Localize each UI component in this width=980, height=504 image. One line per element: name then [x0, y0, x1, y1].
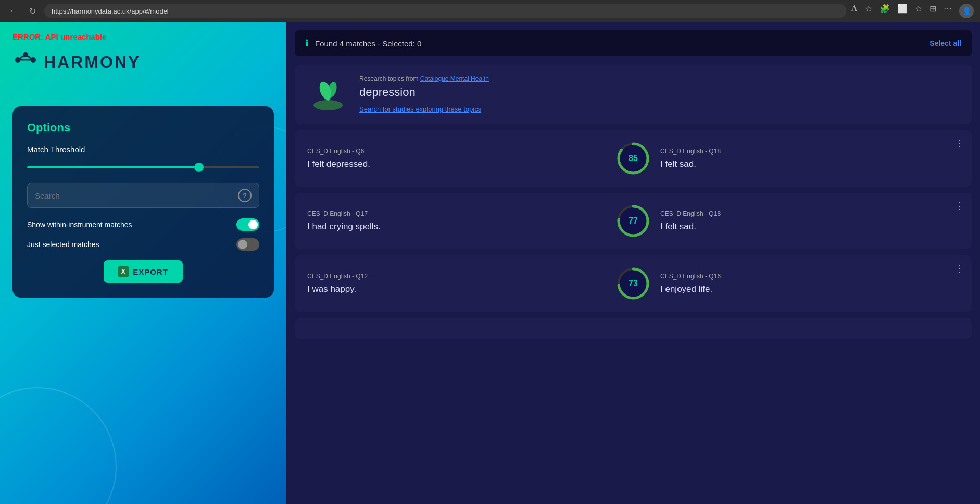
right-panel[interactable]: ℹ Found 4 matches - Selected: 0 Select a…: [286, 22, 980, 504]
match-score-number: 77: [629, 216, 638, 226]
collections-icon[interactable]: ⊞: [929, 4, 936, 18]
logo-icon: [12, 50, 39, 75]
select-all-button[interactable]: Select all: [929, 39, 961, 47]
search-box: ?: [27, 183, 259, 208]
left-panel: ERROR: API unreachable HARMONY Options M…: [0, 22, 286, 504]
show-within-label: Show within-instrument matches: [27, 220, 132, 229]
match-score-circle: 73: [614, 265, 652, 302]
show-within-toggle[interactable]: [236, 218, 259, 231]
match-right: CES_D English - Q18 I felt sad.: [660, 147, 959, 169]
match-left-label: CES_D English - Q12: [307, 273, 606, 280]
match-card-inner: CES_D English - Q6 I felt depressed. 85 …: [307, 140, 959, 177]
topic-card: Research topics from Catalogue Mental He…: [295, 65, 972, 124]
match-score-circle: 85: [614, 140, 652, 177]
match-left-label: CES_D English - Q6: [307, 147, 606, 155]
match-score-number: 73: [629, 279, 638, 288]
match-left: CES_D English - Q17 I had crying spells.: [307, 210, 606, 232]
main-layout: ERROR: API unreachable HARMONY Options M…: [0, 22, 980, 504]
match-card-inner: CES_D English - Q12 I was happy. 73 CES_…: [307, 265, 959, 302]
match-right: CES_D English - Q18 I felt sad.: [660, 210, 959, 232]
match-right: CES_D English - Q16 I enjoyed life.: [660, 273, 959, 294]
back-button[interactable]: ←: [6, 4, 21, 18]
match-right-label: CES_D English - Q16: [660, 273, 959, 280]
just-selected-toggle-row: Just selected matches: [27, 238, 259, 251]
topic-name: depression: [359, 85, 959, 99]
topic-search-link[interactable]: Search for studies exploring these topic…: [359, 105, 481, 113]
export-label: EXPORT: [133, 267, 168, 276]
results-header: ℹ Found 4 matches - Selected: 0 Select a…: [295, 30, 972, 56]
match-left-label: CES_D English - Q17: [307, 210, 606, 217]
match-menu-button[interactable]: ⋮: [955, 138, 964, 149]
logo-text: HARMONY: [44, 53, 141, 72]
options-card: Options Match Threshold ? Show within-in…: [12, 106, 274, 298]
catalogue-link[interactable]: Catalogue Mental Health: [420, 75, 489, 82]
match-threshold-slider[interactable]: [27, 166, 259, 168]
match-right-text: I felt sad.: [660, 222, 959, 232]
export-button[interactable]: X EXPORT: [104, 260, 183, 283]
match-left: CES_D English - Q12 I was happy.: [307, 273, 606, 294]
error-message: ERROR: API unreachable: [12, 32, 274, 41]
favorites-icon[interactable]: ☆: [865, 4, 872, 18]
info-icon: ℹ: [305, 38, 309, 49]
svg-point-9: [325, 86, 331, 101]
match-card: CES_D English - Q12 I was happy. 73 CES_…: [295, 255, 972, 312]
match-card: CES_D English - Q6 I felt depressed. 85 …: [295, 130, 972, 187]
just-selected-toggle[interactable]: [236, 238, 259, 251]
match-cards-container: CES_D English - Q6 I felt depressed. 85 …: [295, 130, 972, 339]
more-icon[interactable]: ⋯: [944, 4, 952, 18]
browser-chrome: ← ↻ 𝐀 ☆ 🧩 ⬜ ☆ ⊞ ⋯ 👤: [0, 0, 980, 22]
bookmark-icon[interactable]: ☆: [915, 4, 922, 18]
search-input[interactable]: [35, 191, 234, 200]
show-within-toggle-row: Show within-instrument matches: [27, 218, 259, 231]
match-score-number: 85: [629, 154, 638, 163]
just-selected-label: Just selected matches: [27, 240, 99, 249]
match-threshold-label: Match Threshold: [27, 145, 259, 154]
match-left-text: I had crying spells.: [307, 222, 606, 232]
address-bar[interactable]: [44, 4, 846, 18]
match-card-inner-partial: CES_D English - Q6 CES_D English - Q17: [307, 327, 959, 339]
match-score-circle: 77: [614, 202, 652, 240]
match-right-text: I enjoyed life.: [660, 284, 959, 294]
options-title: Options: [27, 121, 259, 134]
avatar[interactable]: 👤: [959, 4, 974, 18]
match-right-label: CES_D English - Q18: [660, 210, 959, 217]
results-found-text: Found 4 matches - Selected: 0: [315, 39, 923, 48]
match-left-text: I felt depressed.: [307, 159, 606, 169]
topic-info: Research topics from Catalogue Mental He…: [359, 75, 959, 114]
match-left: CES_D English - Q6 I felt depressed.: [307, 147, 606, 169]
match-menu-button[interactable]: ⋮: [955, 263, 964, 274]
plant-hand-icon: [307, 75, 349, 114]
logo-area: HARMONY: [12, 50, 274, 75]
match-card-inner: CES_D English - Q17 I had crying spells.…: [307, 202, 959, 240]
slider-container: [27, 161, 259, 170]
match-right-label: CES_D English - Q18: [660, 147, 959, 155]
extensions-icon[interactable]: 🧩: [880, 4, 890, 18]
match-card-partial: CES_D English - Q6 CES_D English - Q17: [295, 318, 972, 339]
split-view-icon[interactable]: ⬜: [897, 4, 908, 18]
match-card: CES_D English - Q17 I had crying spells.…: [295, 193, 972, 249]
reload-button[interactable]: ↻: [26, 4, 39, 18]
topic-source: Research topics from Catalogue Mental He…: [359, 75, 959, 82]
excel-icon: X: [118, 266, 129, 277]
search-help-icon[interactable]: ?: [238, 189, 252, 202]
match-left-text: I was happy.: [307, 284, 606, 294]
browser-toolbar-icons: 𝐀 ☆ 🧩 ⬜ ☆ ⊞ ⋯ 👤: [851, 4, 974, 18]
match-score-circle-partial: [614, 327, 652, 339]
read-mode-icon[interactable]: 𝐀: [851, 4, 858, 18]
match-menu-button[interactable]: ⋮: [955, 200, 964, 212]
match-right-text: I felt sad.: [660, 159, 959, 169]
